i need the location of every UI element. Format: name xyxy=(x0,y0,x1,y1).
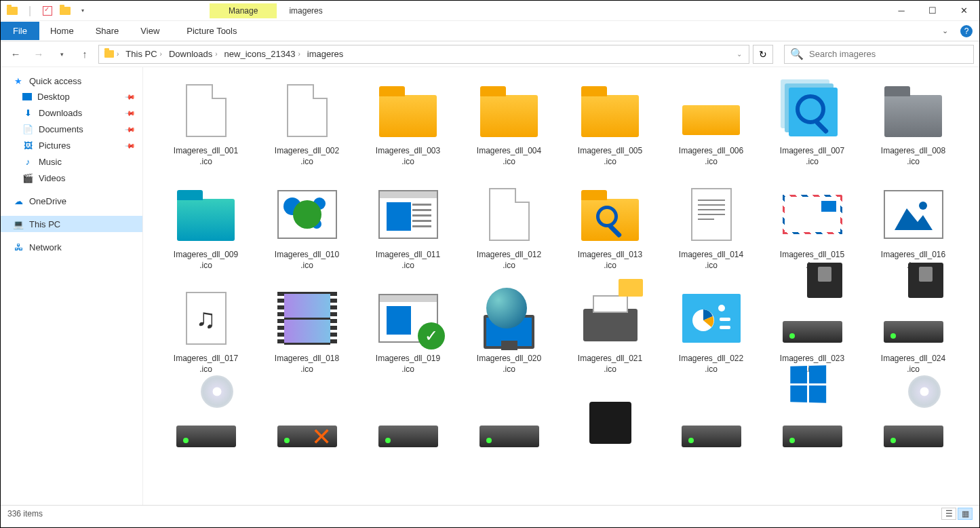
file-item[interactable]: Imageres_dll_021.ico xyxy=(561,282,659,377)
file-item[interactable]: Imageres_dll_007.ico xyxy=(763,74,861,170)
pin-icon: 📌 xyxy=(125,91,136,102)
file-item[interactable] xyxy=(763,386,861,459)
file-item[interactable] xyxy=(864,386,962,459)
music-icon: ♪ xyxy=(22,156,33,167)
back-button[interactable]: ← xyxy=(6,45,25,64)
file-thumb-icon xyxy=(678,77,745,145)
file-thumb-icon xyxy=(880,284,947,352)
qat-properties-icon[interactable] xyxy=(40,3,55,18)
file-name-label: Imageres_dll_004.ico xyxy=(477,146,541,167)
file-thumb-icon xyxy=(576,284,644,352)
file-item[interactable]: ♫Imageres_dll_017.ico xyxy=(157,282,255,377)
help-icon[interactable]: ? xyxy=(960,25,973,37)
file-item[interactable]: Imageres_dll_011.ico xyxy=(359,178,457,274)
contextual-tab-manage[interactable]: Manage xyxy=(210,3,277,18)
titlebar: | ▾ Manage imageres ─ ☐ ✕ xyxy=(1,1,979,21)
file-name-label: Imageres_dll_013.ico xyxy=(578,250,642,271)
maximize-button[interactable]: ☐ xyxy=(917,1,948,21)
breadcrumb-root[interactable]: › xyxy=(102,49,121,59)
file-item[interactable] xyxy=(460,386,558,459)
file-item[interactable]: Imageres_dll_009.ico xyxy=(157,178,255,274)
sidebar-this-pc[interactable]: 💻This PC xyxy=(1,216,142,232)
sidebar-item-music[interactable]: ♪Music xyxy=(1,153,142,170)
forward-button[interactable]: → xyxy=(29,45,48,64)
home-tab[interactable]: Home xyxy=(39,22,85,40)
file-item[interactable] xyxy=(359,386,457,459)
search-input[interactable] xyxy=(809,49,968,59)
up-button[interactable]: ↑ xyxy=(75,45,94,64)
file-item[interactable] xyxy=(561,386,659,459)
file-thumb-icon xyxy=(172,77,240,145)
address-bar[interactable]: › This PC› Downloads› new_icons_21343› i… xyxy=(98,45,749,64)
search-box[interactable]: 🔍 xyxy=(784,45,974,64)
file-name-label: Imageres_dll_008.ico xyxy=(881,146,945,167)
pictures-icon: 🖼 xyxy=(22,140,33,151)
sidebar-network[interactable]: 🖧Network xyxy=(1,239,142,255)
file-item[interactable]: Imageres_dll_003.ico xyxy=(359,74,457,170)
file-item[interactable]: ✕ xyxy=(258,386,356,459)
file-name-label: Imageres_dll_014.ico xyxy=(679,250,743,271)
file-item[interactable]: Imageres_dll_010.ico xyxy=(258,178,356,274)
refresh-button[interactable]: ↻ xyxy=(753,45,773,64)
file-name-label: Imageres_dll_005.ico xyxy=(578,146,642,167)
qat-newfolder-icon[interactable] xyxy=(58,3,73,18)
file-item[interactable]: Imageres_dll_004.ico xyxy=(460,74,558,170)
view-tab[interactable]: View xyxy=(130,22,170,40)
address-dropdown[interactable]: ⌄ xyxy=(732,50,746,58)
file-item[interactable]: ✓Imageres_dll_019.ico xyxy=(359,282,457,377)
file-item[interactable]: Imageres_dll_024.ico xyxy=(864,282,962,377)
qat-folder-icon[interactable] xyxy=(5,3,20,18)
file-item[interactable]: Imageres_dll_018.ico xyxy=(258,282,356,377)
file-thumb-icon xyxy=(273,77,341,145)
sidebar-item-desktop[interactable]: Desktop📌 xyxy=(1,89,142,105)
file-item[interactable]: Imageres_dll_001.ico xyxy=(157,74,255,170)
file-thumb-icon xyxy=(374,389,442,457)
file-item[interactable]: Imageres_dll_005.ico xyxy=(561,74,659,170)
navigation-bar: ← → ▾ ↑ › This PC› Downloads› new_icons_… xyxy=(1,41,979,67)
file-item[interactable]: Imageres_dll_023.ico xyxy=(763,282,861,377)
file-item[interactable] xyxy=(157,386,255,459)
sidebar-quick-access[interactable]: ★Quick access xyxy=(1,73,142,89)
qat-customize-dropdown[interactable]: ▾ xyxy=(75,3,90,18)
file-item[interactable]: Imageres_dll_013.ico xyxy=(561,178,659,274)
file-item[interactable]: Imageres_dll_006.ico xyxy=(662,74,760,170)
file-tab[interactable]: File xyxy=(1,22,39,40)
svg-point-2 xyxy=(718,305,725,312)
ribbon-tabs: File Home Share View Picture Tools ⌄ ? xyxy=(1,21,979,41)
file-thumb-icon xyxy=(779,389,846,457)
network-icon: 🖧 xyxy=(13,242,24,252)
minimize-button[interactable]: ─ xyxy=(886,1,917,21)
svg-point-0 xyxy=(919,202,927,210)
breadcrumb-item[interactable]: new_icons_21343› xyxy=(222,48,303,60)
breadcrumb-item[interactable]: imageres xyxy=(305,48,346,60)
file-item[interactable]: Imageres_dll_022.ico xyxy=(662,282,760,377)
expand-ribbon-button[interactable]: ⌄ xyxy=(937,26,954,35)
file-item[interactable]: Imageres_dll_016.ico xyxy=(864,178,962,274)
breadcrumb-item[interactable]: Downloads› xyxy=(166,48,220,60)
file-item[interactable]: Imageres_dll_015.ico xyxy=(763,178,861,274)
sidebar-item-pictures[interactable]: 🖼Pictures📌 xyxy=(1,137,142,153)
details-view-button[interactable]: ☰ xyxy=(941,508,956,520)
file-name-label: Imageres_dll_024.ico xyxy=(881,354,945,375)
icons-view-button[interactable]: ▦ xyxy=(958,508,973,520)
share-tab[interactable]: Share xyxy=(85,22,130,40)
close-button[interactable]: ✕ xyxy=(948,1,979,21)
recent-dropdown[interactable]: ▾ xyxy=(52,45,71,64)
file-item[interactable]: Imageres_dll_012.ico xyxy=(460,178,558,274)
sidebar-item-downloads[interactable]: ⬇Downloads📌 xyxy=(1,105,142,121)
picture-tools-tab[interactable]: Picture Tools xyxy=(176,22,248,40)
sidebar-item-documents[interactable]: 📄Documents📌 xyxy=(1,121,142,137)
breadcrumb-item[interactable]: This PC› xyxy=(123,48,165,60)
file-thumb-icon xyxy=(779,181,846,248)
file-item[interactable]: Imageres_dll_002.ico xyxy=(258,74,356,170)
file-item[interactable]: Imageres_dll_008.ico xyxy=(864,74,962,170)
documents-icon: 📄 xyxy=(22,124,33,134)
pin-icon: 📌 xyxy=(125,107,136,118)
file-item[interactable]: Imageres_dll_014.ico xyxy=(662,178,760,274)
file-pane[interactable]: Imageres_dll_001.icoImageres_dll_002.ico… xyxy=(143,67,979,505)
file-item[interactable] xyxy=(662,386,760,459)
file-name-label: Imageres_dll_007.ico xyxy=(780,146,844,167)
file-item[interactable]: Imageres_dll_020.ico xyxy=(460,282,558,377)
sidebar-onedrive[interactable]: ☁OneDrive xyxy=(1,193,142,209)
sidebar-item-videos[interactable]: 🎬Videos xyxy=(1,170,142,186)
